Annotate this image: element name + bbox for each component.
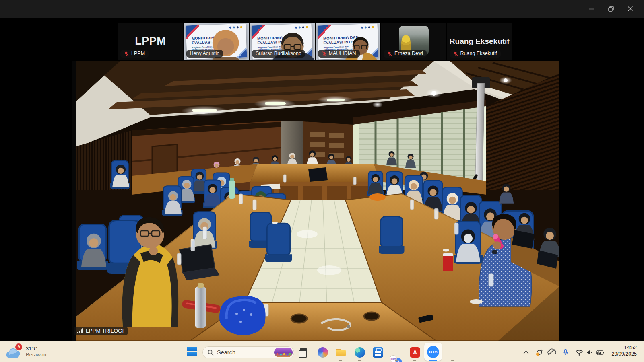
- muted-mic-icon: [453, 51, 458, 56]
- participant-name-text: MAULIDIAN: [329, 51, 356, 56]
- running-indicator-edge: [358, 360, 361, 361]
- participant-name-text: LPPM: [131, 51, 145, 56]
- microsoft-store-button[interactable]: [373, 347, 383, 358]
- windows-taskbar: 9 31°C Berawan Search: [0, 341, 644, 362]
- muted-mic-icon: [387, 51, 392, 56]
- taskbar-clock[interactable]: 14:52 29/09/2025: [611, 344, 637, 357]
- tray-chevron-button[interactable]: [522, 348, 530, 357]
- running-indicator-zoom-active: [429, 360, 437, 361]
- muted-mic-icon: [322, 51, 327, 56]
- window-controls: [582, 0, 640, 18]
- sync-icon: [535, 348, 543, 356]
- weather-alert-badge: 9: [15, 343, 22, 350]
- weather-condition: Berawan: [26, 352, 46, 358]
- zoom-app-button-active[interactable]: zoom: [424, 343, 442, 361]
- room-video-name-label: LPPM TRILOGI: [74, 327, 128, 335]
- participant-name-label: Sularso Budilaksono: [252, 50, 305, 58]
- file-explorer-button[interactable]: [336, 347, 346, 358]
- weather-temperature: 31°C: [26, 346, 46, 352]
- start-button[interactable]: [187, 347, 198, 357]
- minimize-button[interactable]: [582, 0, 601, 18]
- participant-tile-sularso-budilaksono[interactable]: MONITORING DAN EVALUASI INTERNAL Kegiata…: [250, 23, 315, 60]
- participant-name-text: Erneza Dewi: [394, 51, 423, 56]
- acrobat-icon: A: [413, 349, 417, 356]
- muted-mic-icon: [124, 51, 129, 56]
- participant-name-text: Ruang Eksekutif: [460, 51, 497, 56]
- search-box[interactable]: Search: [202, 346, 294, 358]
- participant-name-label: Erneza Dewi: [384, 50, 427, 58]
- participant-tile-erneza-dewi[interactable]: Erneza Dewi: [381, 23, 446, 60]
- restore-button[interactable]: [601, 0, 621, 18]
- speaker-muted-icon: [586, 348, 594, 356]
- participant-name-text: Sularso Budilaksono: [256, 51, 301, 56]
- search-placeholder-text: Search: [217, 349, 235, 356]
- tray-onedrive-button[interactable]: [547, 348, 556, 357]
- window-titlebar: [0, 0, 644, 18]
- participant-name-label: Ruang Eksekutif: [450, 50, 501, 58]
- participant-strip: LPPM LPPM MONITORING DAN EVALUASI INTERN…: [118, 23, 512, 60]
- running-indicator-chrome: [395, 360, 398, 361]
- task-view-button[interactable]: [298, 347, 309, 358]
- participant-tile-maulidian[interactable]: MONITORING DAN EVALUASI INTERNAL Kegiata…: [316, 23, 381, 60]
- mic-icon: [562, 349, 569, 356]
- zoom-meeting-window: LPPM LPPM MONITORING DAN EVALUASI INTERN…: [0, 0, 644, 362]
- conference-room-scene: [72, 61, 559, 341]
- weather-cloud-icon: 9: [6, 343, 23, 360]
- participant-name-label: Heny Agustin: [186, 50, 223, 58]
- participant-name-label: LPPM: [120, 50, 149, 58]
- tray-sync-button[interactable]: [535, 348, 544, 357]
- running-indicator-excel: [451, 360, 454, 361]
- running-indicator-acrobat: [413, 360, 416, 361]
- wifi-icon: [575, 348, 583, 356]
- main-video-feed: LPPM TRILOGI: [72, 61, 559, 341]
- tray-wifi-button[interactable]: [575, 348, 584, 357]
- participant-tile-lppm[interactable]: LPPM LPPM: [118, 23, 183, 60]
- tray-volume-button[interactable]: [585, 348, 594, 357]
- participant-name-label: MAULIDIAN: [318, 50, 360, 58]
- clock-date: 29/09/2025: [611, 351, 637, 357]
- search-icon: [208, 350, 214, 356]
- search-daily-image: [274, 348, 293, 357]
- onedrive-paused-icon: [547, 348, 556, 357]
- restore-icon: [608, 6, 614, 12]
- zoom-app-icon: zoom: [427, 346, 439, 358]
- participant-tile-ruang-eksekutif[interactable]: Ruang Eksekutif Ruang Eksekutif: [447, 23, 512, 60]
- close-icon: [627, 6, 633, 12]
- tray-battery-button[interactable]: [596, 348, 605, 357]
- participant-tile-heny-agustin[interactable]: MONITORING DAN EVALUASI INTERNAL Kegiata…: [184, 23, 249, 60]
- running-indicator-file-explorer: [339, 360, 342, 361]
- tray-mic-button[interactable]: [561, 348, 570, 357]
- minimize-icon: [589, 6, 594, 12]
- room-video-name-text: LPPM TRILOGI: [86, 328, 124, 334]
- copilot-button[interactable]: [318, 347, 328, 358]
- battery-icon: [596, 348, 605, 357]
- participant-name-text: Heny Agustin: [190, 51, 220, 56]
- acrobat-button[interactable]: A: [410, 347, 420, 358]
- clock-time: 14:52: [611, 344, 637, 351]
- edge-button[interactable]: [355, 347, 365, 358]
- close-button[interactable]: [621, 0, 640, 18]
- chevron-up-icon: [523, 349, 529, 356]
- weather-widget[interactable]: 9 31°C Berawan: [6, 343, 46, 360]
- audio-signal-bars-icon: [77, 328, 83, 333]
